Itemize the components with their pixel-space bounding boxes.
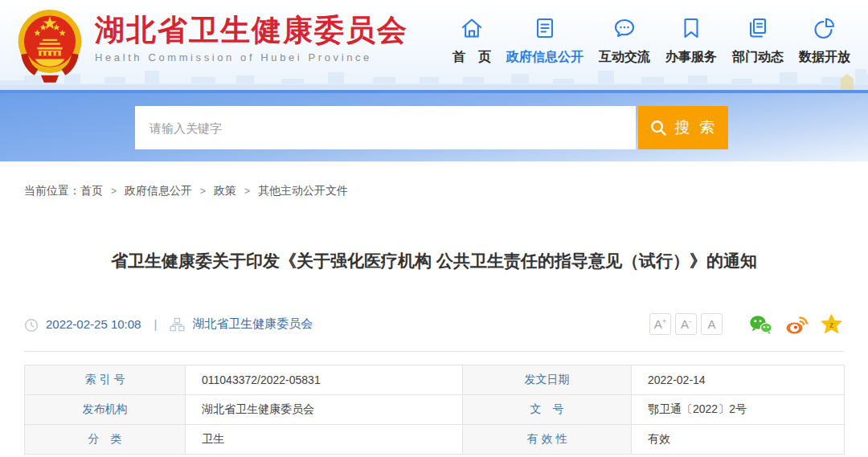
field-label-issuing-agency: 发布机构 [25,395,186,425]
breadcrumb: 当前位置： 首页 > 政府信息公开 > 政策 > 其他主动公开文件 [24,184,844,198]
field-label-index-number: 索 引 号 [25,365,186,395]
qzone-star-icon: z [820,313,843,336]
font-decrease-button[interactable]: A- [675,313,697,335]
field-label-issue-date: 发文日期 [463,365,632,395]
section-divider [24,351,844,352]
bookmark-icon [679,16,703,40]
field-value-validity: 有效 [632,425,845,455]
font-button-label: A [707,317,715,331]
field-value-issuing-agency: 湖北省卫生健康委员会 [186,395,463,425]
search-icon [649,119,668,137]
nav-label: 部门动态 [732,49,784,66]
article-title: 省卫生健康委关于印发《关于强化医疗机构 公共卫生责任的指导意见（试行）》的通知 [24,250,844,272]
pages-icon [746,16,770,40]
search-button-label: 搜 索 [675,117,717,138]
field-label-document-number: 文 号 [463,395,632,425]
article-meta-row: 2022-02-25 10:08 | 湖北省卫生健康委员会 A+ A- A [24,312,844,336]
font-button-mod: - [689,317,691,325]
nav-label: 首 页 [452,49,491,66]
nav-item-services[interactable]: 办事服务 [665,16,717,66]
nav-label: 政府信息公开 [506,49,583,66]
table-row: 索 引 号 011043372/2022-05831 发文日期 2022-02-… [25,365,845,395]
search-banner: 搜 索 [0,90,868,161]
site-identity: 湖北省卫生健康委员会 Health Commission of Hubei Pr… [95,13,408,63]
font-reset-button[interactable]: A [701,313,723,335]
field-value-category: 卫生 [186,425,463,455]
field-label-category: 分 类 [25,425,186,455]
source-name[interactable]: 湖北省卫生健康委员会 [192,316,313,332]
qzone-share-button[interactable]: z [819,312,844,337]
breadcrumb-separator: > [244,186,250,197]
site-title: 湖北省卫生健康委员会 [95,13,408,48]
top-navigation: 首 页 政府信息公开 互动交流 [452,16,850,66]
field-value-document-number: 鄂卫通〔2022〕2号 [632,395,845,425]
search-input[interactable] [135,106,636,149]
breadcrumb-item-government-info[interactable]: 政府信息公开 [125,184,192,198]
breadcrumb-separator: > [111,186,117,197]
home-icon [460,16,484,40]
weibo-icon [784,313,809,336]
wechat-icon [748,313,773,336]
nav-item-open-data[interactable]: 数据开放 [799,16,850,66]
weibo-share-button[interactable] [784,312,809,337]
table-row: 分 类 卫生 有 效 性 有效 [25,425,845,455]
font-button-label: A [654,317,662,331]
svg-text:z: z [829,320,833,328]
site-subtitle: Health Commission of Hubei Province [95,51,408,63]
document-info-table: 索 引 号 011043372/2022-05831 发文日期 2022-02-… [24,365,845,455]
nav-item-department-news[interactable]: 部门动态 [732,16,784,66]
breadcrumb-label: 当前位置： [24,184,80,198]
nav-item-interaction[interactable]: 互动交流 [599,16,650,66]
search-button[interactable]: 搜 索 [638,106,728,149]
field-label-validity: 有 效 性 [463,425,632,455]
nav-item-home[interactable]: 首 页 [452,16,491,66]
site-header: 湖北省卫生健康委员会 Health Commission of Hubei Pr… [0,0,868,90]
breadcrumb-item-policy[interactable]: 政策 [214,184,236,198]
field-value-issue-date: 2022-02-14 [632,365,845,395]
national-emblem-logo [14,6,85,85]
font-increase-button[interactable]: A+ [649,313,671,335]
nav-item-government-info[interactable]: 政府信息公开 [506,16,583,66]
page: 湖北省卫生健康委员会 Health Commission of Hubei Pr… [0,0,868,457]
document-icon [533,16,557,40]
wechat-share-button[interactable] [748,312,773,337]
breadcrumb-item-current: 其他主动公开文件 [258,184,348,198]
clock-icon [24,318,39,333]
search-bar: 搜 索 [135,106,728,149]
breadcrumb-item-home[interactable]: 首页 [80,184,103,198]
source-org-icon [170,317,185,333]
publish-time: 2022-02-25 10:08 [46,317,141,331]
breadcrumb-separator: > [200,186,206,197]
nav-label: 互动交流 [599,49,650,66]
city-skyline-decoration [0,63,868,90]
article-meta: 2022-02-25 10:08 | 湖北省卫生健康委员会 [24,316,313,332]
font-button-mod: + [662,317,666,325]
nav-label: 办事服务 [665,49,717,66]
field-value-index-number: 011043372/2022-05831 [186,365,463,395]
article-tools: A+ A- A [645,312,844,337]
font-button-label: A [681,317,689,331]
pie-chart-icon [813,16,837,40]
meta-divider: | [154,317,157,331]
nav-label: 数据开放 [799,49,850,66]
table-row: 发布机构 湖北省卫生健康委员会 文 号 鄂卫通〔2022〕2号 [25,395,845,425]
chat-bubble-icon [612,16,637,40]
